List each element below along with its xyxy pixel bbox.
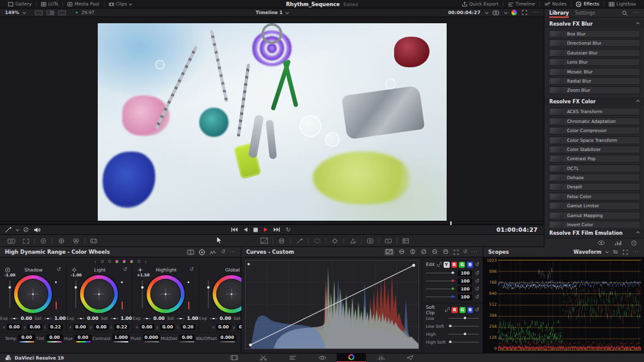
r-gain-value[interactable]: 100 [458,278,472,284]
tint-value[interactable]: 0.00 [46,334,63,341]
b-gain-slider[interactable] [426,297,455,297]
low-soft-slider[interactable] [448,326,479,327]
hue-slider[interactable] [76,341,90,342]
motion-effects-icon[interactable] [86,237,101,245]
fx-item[interactable]: Lens Blur [548,58,640,66]
wheel-puck[interactable] [32,294,34,295]
qualifier-icon[interactable] [292,237,307,245]
temp-value[interactable]: 0.00 [18,334,35,341]
fx-item[interactable]: Directional Blur [548,39,640,47]
timeline-selector[interactable]: Timeline 1 [256,10,283,15]
sat-slider[interactable] [111,318,119,319]
stop-icon[interactable] [253,227,258,232]
fx-item[interactable]: Contrast Pop [548,155,640,163]
link-channels-icon[interactable] [437,262,442,267]
fx-item[interactable]: Radial Blur [548,77,640,85]
page-fusion[interactable] [307,353,337,362]
zoom-level[interactable]: 149% [5,10,19,15]
fx-item[interactable]: Despill [548,183,640,191]
fx-item[interactable]: Color Stabilizer [548,146,640,153]
page-fairlight[interactable] [366,353,395,362]
g-gain-slider[interactable] [426,289,455,289]
expand-icon[interactable] [623,249,628,255]
l-value[interactable]: 0.22 [114,324,129,330]
viewer[interactable] [0,17,544,221]
channel-r-button[interactable]: R [452,262,458,268]
step-back-icon[interactable] [243,227,247,232]
magic-mask-icon[interactable] [345,237,360,245]
black-offset-value[interactable]: 0.000 [219,334,236,341]
chevron-down-icon[interactable] [485,10,489,14]
temp-slider[interactable] [20,341,34,342]
zone-dot[interactable] [137,260,141,263]
fx-item[interactable]: False Color [548,193,640,201]
tab-library[interactable]: Library [549,10,569,16]
color-wheel[interactable] [147,275,185,313]
fx-item[interactable]: Gaussian Blur [548,49,640,57]
l-value[interactable]: 0.22 [48,324,63,330]
fx-item[interactable]: Gamut Limiter [548,202,640,210]
page-cut[interactable] [249,353,278,362]
zone-icon[interactable] [5,267,10,273]
reset-icon[interactable]: ↺ [221,249,225,254]
contrast-control[interactable]: Contrast 1.000 [92,334,130,342]
tint-control[interactable]: Tint 0.00 [36,334,63,342]
wheel-puck[interactable] [231,294,233,295]
master-slider[interactable] [142,280,143,308]
fx-item[interactable]: Invert Color [548,221,640,227]
reset-icon[interactable]: ↺ [57,267,61,272]
y-gain-value[interactable]: 100 [458,270,472,276]
exp-value[interactable]: 0.00 [21,316,32,321]
search-icon[interactable] [622,10,628,16]
preview-toggle-icon[interactable] [598,240,605,245]
contrast-slider[interactable] [114,341,128,342]
fx-item[interactable]: Gamut Mapping [548,212,640,220]
nodes-button[interactable]: Nodes [540,0,571,8]
next-zone-icon[interactable]: › [145,259,147,265]
black-offset-slider[interactable] [220,341,235,342]
lightbox-button[interactable]: Lightbox [604,0,640,8]
bypass-grades-icon[interactable] [23,227,29,232]
mid-detail-value[interactable]: 0.00 [179,334,195,341]
color-viewer-icon[interactable] [511,10,517,15]
highlight-mode-icon[interactable] [58,10,66,15]
gallery-button[interactable]: Gallery [4,0,36,8]
curves-icon[interactable] [257,237,271,245]
rgb-mixer-icon[interactable] [68,237,83,245]
tab-settings[interactable]: Settings [575,10,595,16]
duration-icon[interactable] [631,240,637,246]
histogram-icon[interactable] [615,240,621,246]
target-icon[interactable] [199,249,205,256]
exp-slider[interactable] [143,318,151,319]
master-slider[interactable] [9,280,10,308]
exp-slider[interactable] [77,318,85,319]
l-value[interactable]: 0.20 [181,324,196,330]
media-pool-button[interactable]: Media Pool [63,0,103,8]
options-menu-icon[interactable]: ··· [632,10,639,16]
exp-value[interactable]: 0.00 [87,316,99,321]
soft-clip-r-button[interactable]: R [452,307,458,313]
y-value[interactable]: 0.00 [27,324,42,330]
blur-icon[interactable] [363,237,378,245]
scope-settings-icon[interactable] [612,249,618,254]
wheel-puck[interactable] [98,294,100,295]
fx-item[interactable]: Mosaic Blur [548,68,640,76]
split-screen-icon[interactable] [46,10,54,15]
fx-item[interactable]: DCTL [548,164,640,172]
lum-vs-sat-icon[interactable] [431,249,438,256]
page-media[interactable] [219,353,249,362]
wheel-puck[interactable] [164,294,166,295]
sat-vs-sat-icon[interactable] [442,249,449,256]
curve-editor[interactable] [241,257,422,353]
reset-icon[interactable]: ↺ [475,308,479,312]
fx-item[interactable]: Zoom Blur [548,86,640,94]
section-header-film-emulation[interactable]: Resolve FX Film Emulation [544,229,644,237]
sat-slider[interactable] [44,318,52,319]
options-menu-icon[interactable]: ··· [471,249,478,255]
pivot-slider[interactable] [144,341,159,342]
effects-button[interactable]: fx Effects [571,0,604,8]
chevron-down-icon[interactable] [606,249,609,253]
quick-export-button[interactable]: Quick Export [458,0,503,8]
page-deliver[interactable] [395,353,425,362]
speaker-icon[interactable] [34,227,41,233]
